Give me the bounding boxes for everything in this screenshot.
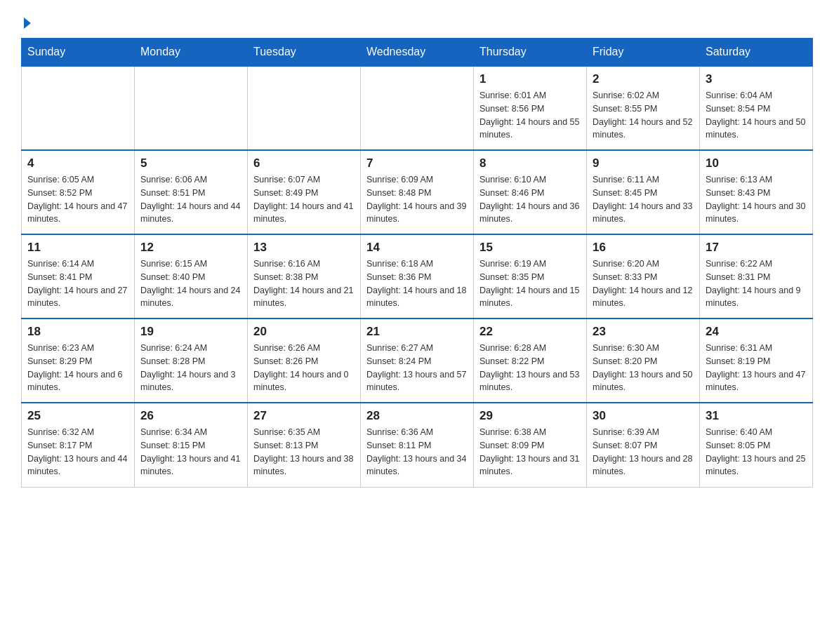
calendar-cell: 15Sunrise: 6:19 AMSunset: 8:35 PMDayligh… xyxy=(474,234,587,318)
day-info: Sunrise: 6:38 AMSunset: 8:09 PMDaylight:… xyxy=(479,426,581,478)
day-number: 22 xyxy=(479,325,581,339)
day-number: 25 xyxy=(27,409,128,423)
day-of-week-header: Monday xyxy=(135,39,248,67)
calendar-cell: 22Sunrise: 6:28 AMSunset: 8:22 PMDayligh… xyxy=(474,318,587,403)
day-info: Sunrise: 6:04 AMSunset: 8:54 PMDaylight:… xyxy=(706,89,807,142)
day-number: 7 xyxy=(366,156,468,170)
calendar-week-row: 18Sunrise: 6:23 AMSunset: 8:29 PMDayligh… xyxy=(22,318,813,403)
calendar-cell xyxy=(361,66,474,150)
day-info: Sunrise: 6:07 AMSunset: 8:49 PMDaylight:… xyxy=(253,173,355,226)
day-number: 8 xyxy=(479,156,581,170)
calendar-cell: 16Sunrise: 6:20 AMSunset: 8:33 PMDayligh… xyxy=(587,234,700,318)
day-number: 18 xyxy=(27,325,128,339)
page-header xyxy=(21,14,813,31)
day-info: Sunrise: 6:27 AMSunset: 8:24 PMDaylight:… xyxy=(366,342,468,394)
day-of-week-header: Friday xyxy=(587,39,700,67)
calendar-cell: 1Sunrise: 6:01 AMSunset: 8:56 PMDaylight… xyxy=(474,66,587,150)
day-number: 27 xyxy=(253,409,355,423)
calendar-cell: 18Sunrise: 6:23 AMSunset: 8:29 PMDayligh… xyxy=(22,318,135,403)
day-number: 9 xyxy=(593,156,694,170)
day-info: Sunrise: 6:24 AMSunset: 8:28 PMDaylight:… xyxy=(140,342,241,394)
day-of-week-header: Sunday xyxy=(22,39,135,67)
day-number: 3 xyxy=(706,72,807,86)
calendar-cell: 9Sunrise: 6:11 AMSunset: 8:45 PMDaylight… xyxy=(587,150,700,234)
day-info: Sunrise: 6:14 AMSunset: 8:41 PMDaylight:… xyxy=(27,257,128,310)
day-info: Sunrise: 6:06 AMSunset: 8:51 PMDaylight:… xyxy=(140,173,241,226)
calendar-cell: 6Sunrise: 6:07 AMSunset: 8:49 PMDaylight… xyxy=(248,150,361,234)
day-info: Sunrise: 6:13 AMSunset: 8:43 PMDaylight:… xyxy=(706,173,807,226)
calendar-cell: 17Sunrise: 6:22 AMSunset: 8:31 PMDayligh… xyxy=(700,234,813,318)
calendar-cell: 3Sunrise: 6:04 AMSunset: 8:54 PMDaylight… xyxy=(700,66,813,150)
calendar-week-row: 4Sunrise: 6:05 AMSunset: 8:52 PMDaylight… xyxy=(22,150,813,234)
calendar-cell: 28Sunrise: 6:36 AMSunset: 8:11 PMDayligh… xyxy=(361,403,474,487)
calendar-cell: 27Sunrise: 6:35 AMSunset: 8:13 PMDayligh… xyxy=(248,403,361,487)
calendar-cell: 5Sunrise: 6:06 AMSunset: 8:51 PMDaylight… xyxy=(135,150,248,234)
calendar-cell: 2Sunrise: 6:02 AMSunset: 8:55 PMDaylight… xyxy=(587,66,700,150)
day-number: 13 xyxy=(253,241,355,255)
day-info: Sunrise: 6:09 AMSunset: 8:48 PMDaylight:… xyxy=(366,173,468,226)
day-number: 12 xyxy=(140,241,241,255)
calendar-cell: 13Sunrise: 6:16 AMSunset: 8:38 PMDayligh… xyxy=(248,234,361,318)
day-number: 4 xyxy=(27,156,128,170)
day-number: 16 xyxy=(593,241,694,255)
calendar-cell: 7Sunrise: 6:09 AMSunset: 8:48 PMDaylight… xyxy=(361,150,474,234)
day-number: 15 xyxy=(479,241,581,255)
calendar-cell: 29Sunrise: 6:38 AMSunset: 8:09 PMDayligh… xyxy=(474,403,587,487)
calendar-cell: 24Sunrise: 6:31 AMSunset: 8:19 PMDayligh… xyxy=(700,318,813,403)
calendar-cell: 19Sunrise: 6:24 AMSunset: 8:28 PMDayligh… xyxy=(135,318,248,403)
day-info: Sunrise: 6:01 AMSunset: 8:56 PMDaylight:… xyxy=(479,89,581,142)
day-info: Sunrise: 6:39 AMSunset: 8:07 PMDaylight:… xyxy=(593,426,694,478)
day-number: 10 xyxy=(706,156,807,170)
day-info: Sunrise: 6:34 AMSunset: 8:15 PMDaylight:… xyxy=(140,426,241,478)
day-info: Sunrise: 6:16 AMSunset: 8:38 PMDaylight:… xyxy=(253,257,355,310)
day-info: Sunrise: 6:28 AMSunset: 8:22 PMDaylight:… xyxy=(479,342,581,394)
day-number: 24 xyxy=(706,325,807,339)
calendar-cell: 20Sunrise: 6:26 AMSunset: 8:26 PMDayligh… xyxy=(248,318,361,403)
day-number: 31 xyxy=(706,409,807,423)
day-info: Sunrise: 6:23 AMSunset: 8:29 PMDaylight:… xyxy=(27,342,128,394)
day-number: 28 xyxy=(366,409,468,423)
calendar-week-row: 25Sunrise: 6:32 AMSunset: 8:17 PMDayligh… xyxy=(22,403,813,487)
day-info: Sunrise: 6:35 AMSunset: 8:13 PMDaylight:… xyxy=(253,426,355,478)
day-info: Sunrise: 6:02 AMSunset: 8:55 PMDaylight:… xyxy=(593,89,694,142)
day-number: 17 xyxy=(706,241,807,255)
day-number: 23 xyxy=(593,325,694,339)
day-info: Sunrise: 6:30 AMSunset: 8:20 PMDaylight:… xyxy=(593,342,694,394)
calendar-cell: 14Sunrise: 6:18 AMSunset: 8:36 PMDayligh… xyxy=(361,234,474,318)
day-info: Sunrise: 6:36 AMSunset: 8:11 PMDaylight:… xyxy=(366,426,468,478)
calendar-cell: 4Sunrise: 6:05 AMSunset: 8:52 PMDaylight… xyxy=(22,150,135,234)
calendar-cell: 21Sunrise: 6:27 AMSunset: 8:24 PMDayligh… xyxy=(361,318,474,403)
day-number: 20 xyxy=(253,325,355,339)
day-number: 5 xyxy=(140,156,241,170)
day-info: Sunrise: 6:31 AMSunset: 8:19 PMDaylight:… xyxy=(706,342,807,394)
logo xyxy=(21,14,31,31)
day-number: 1 xyxy=(479,72,581,86)
day-info: Sunrise: 6:22 AMSunset: 8:31 PMDaylight:… xyxy=(706,257,807,310)
calendar-cell: 30Sunrise: 6:39 AMSunset: 8:07 PMDayligh… xyxy=(587,403,700,487)
day-info: Sunrise: 6:19 AMSunset: 8:35 PMDaylight:… xyxy=(479,257,581,310)
calendar-cell: 12Sunrise: 6:15 AMSunset: 8:40 PMDayligh… xyxy=(135,234,248,318)
day-info: Sunrise: 6:10 AMSunset: 8:46 PMDaylight:… xyxy=(479,173,581,226)
day-of-week-header: Tuesday xyxy=(248,39,361,67)
day-info: Sunrise: 6:11 AMSunset: 8:45 PMDaylight:… xyxy=(593,173,694,226)
day-of-week-header: Thursday xyxy=(474,39,587,67)
day-info: Sunrise: 6:26 AMSunset: 8:26 PMDaylight:… xyxy=(253,342,355,394)
calendar-cell: 8Sunrise: 6:10 AMSunset: 8:46 PMDaylight… xyxy=(474,150,587,234)
calendar-cell: 23Sunrise: 6:30 AMSunset: 8:20 PMDayligh… xyxy=(587,318,700,403)
day-info: Sunrise: 6:05 AMSunset: 8:52 PMDaylight:… xyxy=(27,173,128,226)
day-number: 11 xyxy=(27,241,128,255)
calendar-week-row: 11Sunrise: 6:14 AMSunset: 8:41 PMDayligh… xyxy=(22,234,813,318)
calendar-cell xyxy=(135,66,248,150)
day-info: Sunrise: 6:40 AMSunset: 8:05 PMDaylight:… xyxy=(706,426,807,478)
calendar-cell: 31Sunrise: 6:40 AMSunset: 8:05 PMDayligh… xyxy=(700,403,813,487)
day-number: 14 xyxy=(366,241,468,255)
day-info: Sunrise: 6:32 AMSunset: 8:17 PMDaylight:… xyxy=(27,426,128,478)
day-info: Sunrise: 6:18 AMSunset: 8:36 PMDaylight:… xyxy=(366,257,468,310)
calendar-cell: 10Sunrise: 6:13 AMSunset: 8:43 PMDayligh… xyxy=(700,150,813,234)
calendar-cell: 25Sunrise: 6:32 AMSunset: 8:17 PMDayligh… xyxy=(22,403,135,487)
calendar-week-row: 1Sunrise: 6:01 AMSunset: 8:56 PMDaylight… xyxy=(22,66,813,150)
calendar-cell: 26Sunrise: 6:34 AMSunset: 8:15 PMDayligh… xyxy=(135,403,248,487)
day-number: 30 xyxy=(593,409,694,423)
calendar-cell xyxy=(248,66,361,150)
day-number: 2 xyxy=(593,72,694,86)
